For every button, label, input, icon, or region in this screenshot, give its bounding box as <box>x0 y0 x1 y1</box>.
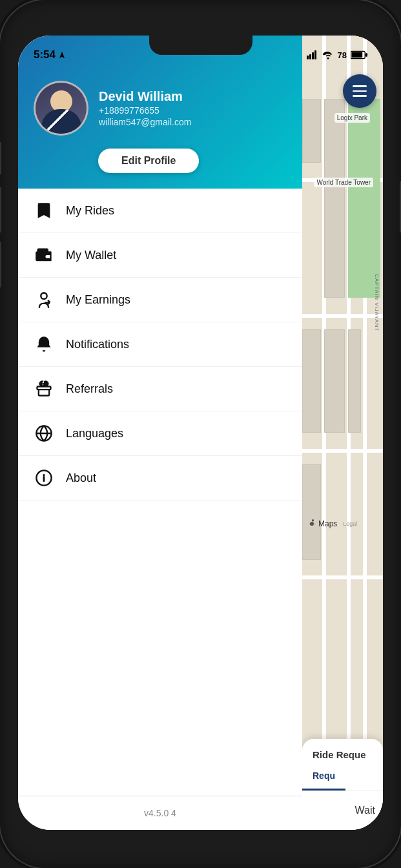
avatar-suit <box>41 109 81 134</box>
svg-rect-0 <box>307 56 309 59</box>
map-green-area <box>348 99 380 298</box>
logix-park-label: Logix Park <box>334 113 370 123</box>
svg-rect-6 <box>365 53 367 57</box>
my-earnings-label: My Earnings <box>66 293 130 307</box>
gift-icon <box>34 378 54 399</box>
ride-request-title: Ride Reque <box>302 739 383 765</box>
wait-text: Wait <box>355 805 375 816</box>
my-rides-label: My Rides <box>66 204 114 218</box>
drawer-panel: Devid William +18899776655 william547@gm… <box>18 36 302 830</box>
drawer-footer: v4.5.0 4 <box>18 796 302 830</box>
edit-profile-button[interactable]: Edit Profile <box>98 149 199 173</box>
my-wallet-label: My Wallet <box>66 249 116 262</box>
road-h3 <box>302 449 383 453</box>
menu-list: My Rides My Wallet <box>18 189 302 796</box>
signal-icon <box>307 50 318 59</box>
phone-frame: 5:54 78 <box>0 0 401 868</box>
hamburger-line-1 <box>353 85 367 87</box>
profile-name: Devid William <box>99 89 191 104</box>
map-block-2 <box>324 99 345 298</box>
ride-tab-divider: Requ <box>302 765 383 791</box>
time-display: 5:54 <box>34 48 56 61</box>
apple-icon <box>307 519 316 528</box>
world-trade-label: World Trade Tower <box>314 178 373 187</box>
menu-item-referrals[interactable]: Referrals <box>18 367 302 411</box>
svg-rect-3 <box>314 50 316 59</box>
map-block-1 <box>302 99 321 162</box>
map-background: CAPTAIN VIJAYANT Logix Park World Trade … <box>302 36 383 830</box>
notifications-label: Notifications <box>66 338 129 351</box>
wait-area: Wait <box>302 791 383 830</box>
earnings-icon <box>34 289 54 310</box>
profile-info: Devid William +18899776655 william547@gm… <box>99 89 191 127</box>
svg-rect-1 <box>309 54 311 59</box>
menu-item-languages[interactable]: Languages <box>18 411 302 456</box>
referrals-label: Referrals <box>66 382 113 396</box>
bookmark-icon <box>34 200 54 221</box>
battery-icon <box>351 50 367 59</box>
svg-rect-2 <box>312 52 314 59</box>
maps-logo-area: Maps Legal <box>307 519 357 528</box>
map-block-3 <box>302 329 321 433</box>
profile-phone: +18899776655 <box>99 105 191 116</box>
notch <box>149 36 252 55</box>
status-icons-group: 78 <box>307 50 367 60</box>
menu-item-my-wallet[interactable]: My Wallet <box>18 233 302 278</box>
info-icon <box>34 468 54 488</box>
road-h2 <box>302 314 383 318</box>
location-arrow-icon <box>58 51 66 59</box>
silent-button <box>0 142 1 174</box>
volume-up-button <box>0 187 1 232</box>
bell-icon <box>34 334 54 355</box>
profile-row: Devid William +18899776655 william547@gm… <box>34 81 191 136</box>
version-text: v4.5.0 4 <box>144 808 176 818</box>
ride-request-panel: Ride Reque Requ Wait <box>302 739 383 830</box>
menu-item-notifications[interactable]: Notifications <box>18 322 302 367</box>
profile-section: Devid William +18899776655 william547@gm… <box>34 81 199 173</box>
hamburger-line-2 <box>353 90 367 92</box>
hamburger-button[interactable] <box>343 74 376 108</box>
menu-item-my-earnings[interactable]: My Earnings <box>18 278 302 322</box>
maps-legal: Legal <box>343 521 357 527</box>
ride-request-tab[interactable]: Requ <box>302 765 345 790</box>
menu-item-about[interactable]: About <box>18 456 302 501</box>
road-label: CAPTAIN VIJAYANT <box>374 274 380 331</box>
wifi-icon <box>322 50 334 59</box>
wallet-icon <box>34 245 54 265</box>
languages-label: Languages <box>66 427 123 440</box>
volume-down-button <box>0 242 1 287</box>
phone-screen: 5:54 78 <box>18 36 383 830</box>
globe-icon <box>34 423 54 444</box>
maps-text: Maps <box>318 519 337 528</box>
avatar-person-silhouette <box>36 83 87 134</box>
map-block-4 <box>324 329 345 433</box>
map-panel: CAPTAIN VIJAYANT Logix Park World Trade … <box>302 36 383 830</box>
road-h4 <box>302 575 383 579</box>
battery-display: 78 <box>338 50 347 60</box>
menu-item-my-rides[interactable]: My Rides <box>18 189 302 233</box>
status-time: 5:54 <box>34 48 66 61</box>
profile-email: william547@gmail.com <box>99 117 191 127</box>
map-block-6 <box>302 464 321 560</box>
map-block-5 <box>348 329 361 433</box>
avatar <box>34 81 88 136</box>
svg-rect-5 <box>351 52 362 57</box>
hamburger-line-3 <box>353 95 367 97</box>
about-label: About <box>66 471 96 485</box>
